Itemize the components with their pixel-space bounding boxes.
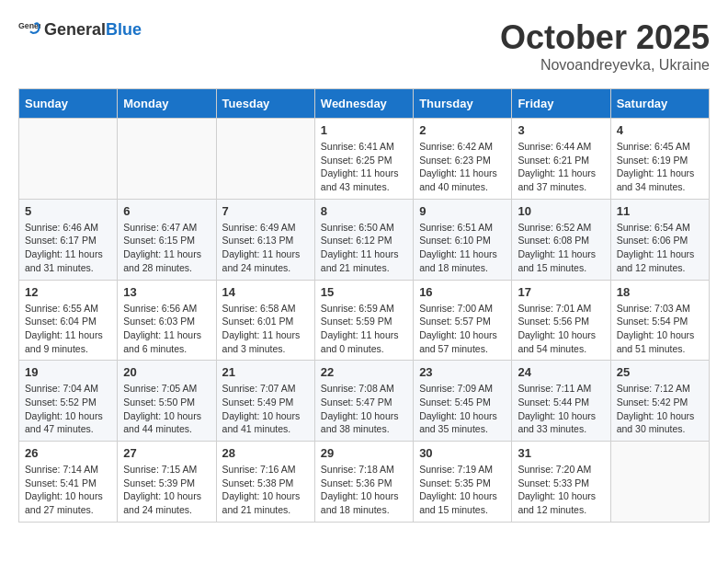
calendar: SundayMondayTuesdayWednesdayThursdayFrid… xyxy=(18,88,710,523)
logo-icon: General xyxy=(18,18,40,40)
logo-blue: Blue xyxy=(106,20,142,40)
day-info: Sunrise: 7:05 AM Sunset: 5:50 PM Dayligh… xyxy=(123,382,210,436)
calendar-cell: 21Sunrise: 7:07 AM Sunset: 5:49 PM Dayli… xyxy=(216,361,314,442)
day-number: 2 xyxy=(419,123,506,137)
calendar-cell: 19Sunrise: 7:04 AM Sunset: 5:52 PM Dayli… xyxy=(19,361,118,442)
calendar-cell xyxy=(216,119,314,200)
day-info: Sunrise: 6:58 AM Sunset: 6:01 PM Dayligh… xyxy=(222,302,309,356)
day-number: 3 xyxy=(518,123,604,137)
day-info: Sunrise: 7:15 AM Sunset: 5:39 PM Dayligh… xyxy=(123,463,210,517)
day-info: Sunrise: 7:01 AM Sunset: 5:56 PM Dayligh… xyxy=(518,302,604,356)
week-row-1: 1Sunrise: 6:41 AM Sunset: 6:25 PM Daylig… xyxy=(19,119,710,200)
day-number: 7 xyxy=(222,204,309,218)
calendar-cell: 29Sunrise: 7:18 AM Sunset: 5:36 PM Dayli… xyxy=(314,442,413,523)
day-number: 16 xyxy=(419,285,506,299)
day-number: 20 xyxy=(123,365,210,379)
day-info: Sunrise: 6:54 AM Sunset: 6:06 PM Dayligh… xyxy=(617,221,703,275)
day-number: 5 xyxy=(25,204,111,218)
day-info: Sunrise: 6:42 AM Sunset: 6:23 PM Dayligh… xyxy=(419,140,506,194)
day-number: 24 xyxy=(518,365,604,379)
calendar-cell xyxy=(19,119,118,200)
day-number: 15 xyxy=(321,285,407,299)
day-number: 8 xyxy=(321,204,407,218)
calendar-cell: 23Sunrise: 7:09 AM Sunset: 5:45 PM Dayli… xyxy=(414,361,512,442)
week-row-5: 26Sunrise: 7:14 AM Sunset: 5:41 PM Dayli… xyxy=(19,442,710,523)
calendar-cell: 4Sunrise: 6:45 AM Sunset: 6:19 PM Daylig… xyxy=(610,119,709,200)
day-number: 28 xyxy=(222,446,309,460)
day-info: Sunrise: 6:46 AM Sunset: 6:17 PM Dayligh… xyxy=(25,221,111,275)
day-info: Sunrise: 7:16 AM Sunset: 5:38 PM Dayligh… xyxy=(222,463,309,517)
weekday-header-friday: Friday xyxy=(512,89,610,119)
calendar-cell: 28Sunrise: 7:16 AM Sunset: 5:38 PM Dayli… xyxy=(216,442,314,523)
calendar-cell: 16Sunrise: 7:00 AM Sunset: 5:57 PM Dayli… xyxy=(414,280,512,361)
day-info: Sunrise: 6:59 AM Sunset: 5:59 PM Dayligh… xyxy=(321,302,407,356)
calendar-cell: 24Sunrise: 7:11 AM Sunset: 5:44 PM Dayli… xyxy=(512,361,610,442)
calendar-cell: 6Sunrise: 6:47 AM Sunset: 6:15 PM Daylig… xyxy=(118,199,216,280)
calendar-cell: 1Sunrise: 6:41 AM Sunset: 6:25 PM Daylig… xyxy=(314,119,413,200)
day-info: Sunrise: 7:07 AM Sunset: 5:49 PM Dayligh… xyxy=(222,382,309,436)
day-number: 26 xyxy=(25,446,111,460)
logo: General GeneralBlue xyxy=(18,18,142,40)
day-info: Sunrise: 7:09 AM Sunset: 5:45 PM Dayligh… xyxy=(419,382,506,436)
logo-general: General xyxy=(44,20,106,40)
day-number: 25 xyxy=(617,365,703,379)
calendar-cell: 14Sunrise: 6:58 AM Sunset: 6:01 PM Dayli… xyxy=(216,280,314,361)
day-info: Sunrise: 7:20 AM Sunset: 5:33 PM Dayligh… xyxy=(518,463,604,517)
calendar-cell xyxy=(610,442,709,523)
day-number: 17 xyxy=(518,285,604,299)
calendar-cell: 18Sunrise: 7:03 AM Sunset: 5:54 PM Dayli… xyxy=(610,280,709,361)
calendar-cell: 11Sunrise: 6:54 AM Sunset: 6:06 PM Dayli… xyxy=(610,199,709,280)
day-number: 9 xyxy=(419,204,506,218)
calendar-cell: 15Sunrise: 6:59 AM Sunset: 5:59 PM Dayli… xyxy=(314,280,413,361)
calendar-cell: 26Sunrise: 7:14 AM Sunset: 5:41 PM Dayli… xyxy=(19,442,118,523)
day-number: 10 xyxy=(518,204,604,218)
day-info: Sunrise: 6:52 AM Sunset: 6:08 PM Dayligh… xyxy=(518,221,604,275)
day-info: Sunrise: 7:11 AM Sunset: 5:44 PM Dayligh… xyxy=(518,382,604,436)
day-info: Sunrise: 6:50 AM Sunset: 6:12 PM Dayligh… xyxy=(321,221,407,275)
day-number: 31 xyxy=(518,446,604,460)
week-row-4: 19Sunrise: 7:04 AM Sunset: 5:52 PM Dayli… xyxy=(19,361,710,442)
week-row-3: 12Sunrise: 6:55 AM Sunset: 6:04 PM Dayli… xyxy=(19,280,710,361)
weekday-header-saturday: Saturday xyxy=(610,89,709,119)
calendar-cell: 3Sunrise: 6:44 AM Sunset: 6:21 PM Daylig… xyxy=(512,119,610,200)
calendar-cell: 10Sunrise: 6:52 AM Sunset: 6:08 PM Dayli… xyxy=(512,199,610,280)
calendar-cell: 13Sunrise: 6:56 AM Sunset: 6:03 PM Dayli… xyxy=(118,280,216,361)
calendar-cell: 2Sunrise: 6:42 AM Sunset: 6:23 PM Daylig… xyxy=(414,119,512,200)
day-info: Sunrise: 6:44 AM Sunset: 6:21 PM Dayligh… xyxy=(518,140,604,194)
day-number: 6 xyxy=(123,204,210,218)
day-info: Sunrise: 6:47 AM Sunset: 6:15 PM Dayligh… xyxy=(123,221,210,275)
day-number: 30 xyxy=(419,446,506,460)
day-number: 4 xyxy=(617,123,703,137)
day-info: Sunrise: 7:19 AM Sunset: 5:35 PM Dayligh… xyxy=(419,463,506,517)
calendar-cell: 7Sunrise: 6:49 AM Sunset: 6:13 PM Daylig… xyxy=(216,199,314,280)
weekday-header-thursday: Thursday xyxy=(414,89,512,119)
calendar-cell xyxy=(118,119,216,200)
day-number: 27 xyxy=(123,446,210,460)
calendar-cell: 5Sunrise: 6:46 AM Sunset: 6:17 PM Daylig… xyxy=(19,199,118,280)
day-info: Sunrise: 6:56 AM Sunset: 6:03 PM Dayligh… xyxy=(123,302,210,356)
day-info: Sunrise: 6:49 AM Sunset: 6:13 PM Dayligh… xyxy=(222,221,309,275)
day-number: 18 xyxy=(617,285,703,299)
day-info: Sunrise: 6:55 AM Sunset: 6:04 PM Dayligh… xyxy=(25,302,111,356)
weekday-header-row: SundayMondayTuesdayWednesdayThursdayFrid… xyxy=(19,89,710,119)
day-number: 11 xyxy=(617,204,703,218)
month-title: October 2025 xyxy=(500,18,710,57)
day-info: Sunrise: 7:00 AM Sunset: 5:57 PM Dayligh… xyxy=(419,302,506,356)
calendar-cell: 8Sunrise: 6:50 AM Sunset: 6:12 PM Daylig… xyxy=(314,199,413,280)
day-number: 1 xyxy=(321,123,407,137)
day-info: Sunrise: 6:41 AM Sunset: 6:25 PM Dayligh… xyxy=(321,140,407,194)
calendar-cell: 17Sunrise: 7:01 AM Sunset: 5:56 PM Dayli… xyxy=(512,280,610,361)
day-number: 13 xyxy=(123,285,210,299)
calendar-cell: 30Sunrise: 7:19 AM Sunset: 5:35 PM Dayli… xyxy=(414,442,512,523)
calendar-cell: 20Sunrise: 7:05 AM Sunset: 5:50 PM Dayli… xyxy=(118,361,216,442)
week-row-2: 5Sunrise: 6:46 AM Sunset: 6:17 PM Daylig… xyxy=(19,199,710,280)
calendar-cell: 25Sunrise: 7:12 AM Sunset: 5:42 PM Dayli… xyxy=(610,361,709,442)
calendar-cell: 12Sunrise: 6:55 AM Sunset: 6:04 PM Dayli… xyxy=(19,280,118,361)
day-info: Sunrise: 6:45 AM Sunset: 6:19 PM Dayligh… xyxy=(617,140,703,194)
weekday-header-tuesday: Tuesday xyxy=(216,89,314,119)
day-number: 21 xyxy=(222,365,309,379)
weekday-header-monday: Monday xyxy=(118,89,216,119)
day-info: Sunrise: 7:08 AM Sunset: 5:47 PM Dayligh… xyxy=(321,382,407,436)
day-info: Sunrise: 7:12 AM Sunset: 5:42 PM Dayligh… xyxy=(617,382,703,436)
day-number: 29 xyxy=(321,446,407,460)
